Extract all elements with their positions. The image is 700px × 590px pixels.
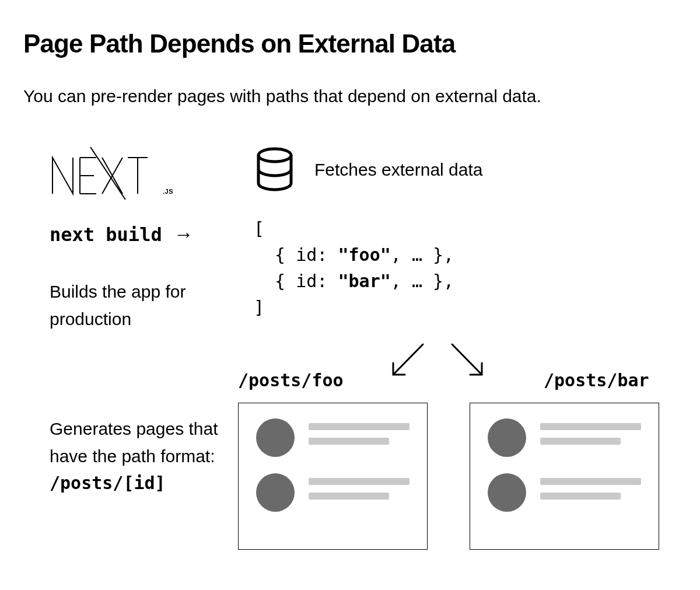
nextjs-logo: .JS: [50, 147, 173, 200]
avatar: [256, 418, 295, 457]
split-arrows-icon: [385, 340, 490, 386]
path-foo: /posts/foo: [238, 370, 344, 390]
nextjs-logo-sub: .JS: [163, 188, 173, 195]
path-bar: /posts/bar: [544, 370, 649, 390]
build-description: Builds the app for production: [50, 278, 225, 333]
svg-point-0: [258, 149, 291, 162]
generates-description: Generates pages that have the path forma…: [50, 416, 225, 497]
code-item-foo: { id: "foo", … },: [254, 242, 454, 268]
build-command: next build: [50, 224, 162, 246]
code-close: ]: [254, 294, 454, 320]
avatar: [488, 418, 526, 457]
list-item: [488, 473, 641, 512]
arrow-right-icon: →: [174, 223, 194, 246]
nextjs-logo-icon: [50, 147, 160, 200]
diagram-container: .JS next build → Builds the app for prod…: [23, 147, 677, 567]
page-title: Page Path Depends on External Data: [23, 29, 677, 58]
data-array-code: [ { id: "foo", … }, { id: "bar", … }, ]: [254, 215, 454, 320]
text-placeholder: [309, 423, 410, 452]
list-item: [488, 418, 641, 457]
text-placeholder: [540, 423, 641, 452]
text-placeholder: [540, 478, 641, 507]
page-preview-foo: [238, 403, 428, 550]
avatar: [488, 473, 526, 512]
page-preview-bar: [470, 403, 659, 550]
generates-text: Generates pages that have the path forma…: [50, 419, 218, 466]
code-item-bar: { id: "bar", … },: [254, 268, 454, 294]
code-open: [: [254, 215, 454, 242]
list-item: [256, 418, 410, 457]
list-item: [256, 473, 410, 512]
fetch-data-label: Fetches external data: [314, 160, 483, 180]
database-icon: [254, 147, 296, 193]
text-placeholder: [309, 478, 410, 507]
path-pattern: /posts/[id]: [50, 473, 166, 493]
avatar: [256, 473, 295, 512]
page-subtitle: You can pre-render pages with paths that…: [23, 86, 677, 106]
fetch-data-row: Fetches external data: [254, 147, 483, 193]
build-command-row: next build →: [50, 223, 194, 246]
svg-line-2: [452, 344, 481, 373]
svg-line-1: [394, 344, 423, 373]
